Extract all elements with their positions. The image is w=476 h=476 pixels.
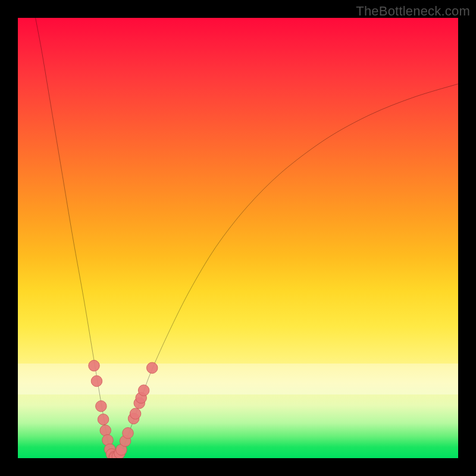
curve-marker xyxy=(100,425,111,436)
bottleneck-curve xyxy=(36,18,458,458)
curve-marker xyxy=(98,414,109,425)
plot-area xyxy=(18,18,458,458)
watermark-text: TheBottleneck.com xyxy=(356,4,470,19)
curve-marker xyxy=(89,360,100,371)
curve-marker xyxy=(138,385,149,396)
curve-marker xyxy=(96,400,107,412)
curve-marker xyxy=(146,362,158,374)
curve-markers xyxy=(89,360,158,458)
chart-frame: TheBottleneck.com xyxy=(0,0,476,476)
curve-marker xyxy=(123,428,134,439)
curve-marker xyxy=(130,408,141,419)
bottleneck-curve-layer xyxy=(18,18,458,458)
curve-marker xyxy=(91,375,102,387)
